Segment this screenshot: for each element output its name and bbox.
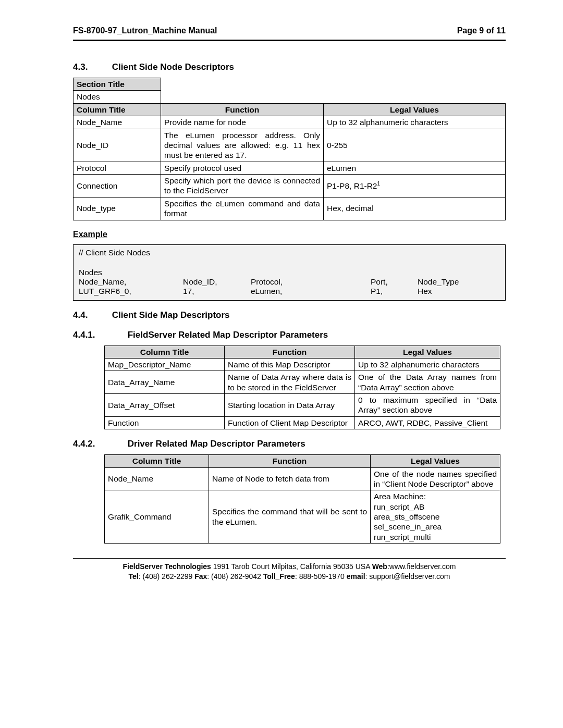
- table-row: Connection Specify which port the device…: [74, 175, 506, 198]
- example-label: Example: [73, 230, 506, 239]
- code-comment: // Client Side Nodes: [79, 248, 500, 257]
- cell: Data_Array_Name: [105, 371, 225, 394]
- footer-tollfree: : 888-509-1970: [295, 572, 347, 581]
- cell: Name of Data Array where data is to be s…: [225, 371, 355, 394]
- table-row: Node_Name Provide name for node Up to 32…: [74, 116, 506, 129]
- cell: Specifies the command that will be sent …: [209, 490, 371, 544]
- cell: One of the node names specified in “Clie…: [371, 467, 500, 490]
- cell: 0 to maximum specified in “Data Array” s…: [355, 394, 500, 417]
- table-row: Node_ID The eLumen processor address. On…: [74, 129, 506, 162]
- footer-fax-label: Fax: [194, 572, 207, 581]
- cell: Grafik_Command: [105, 490, 209, 544]
- table-row: Node_Name Name of Node to fetch data fro…: [105, 467, 500, 490]
- header-left: FS-8700-97_Lutron_Machine Manual: [73, 26, 217, 35]
- code-col: Protocol,: [251, 277, 371, 287]
- superscript: 1: [377, 181, 380, 187]
- table-row: Function Function of Client Map Descript…: [105, 416, 500, 429]
- section-title-value: Nodes: [74, 91, 161, 103]
- footer-email-label: email: [347, 572, 365, 581]
- footer-tollfree-label: Toll_Free: [263, 572, 295, 581]
- document-page: FS-8700-97_Lutron_Machine Manual Page 9 …: [0, 0, 563, 597]
- code-col: LUT_GRF6_0,: [79, 287, 183, 296]
- cell: Map_Descriptor_Name: [105, 358, 225, 371]
- legal-header: Legal Values: [324, 103, 506, 116]
- footer-web-label: Web: [372, 562, 387, 571]
- legal-header: Legal Values: [371, 455, 500, 467]
- cell: Node_ID: [74, 129, 161, 162]
- footer-tel-label: Tel: [129, 572, 139, 581]
- table-row: Protocol Specify protocol used eLumen: [74, 162, 506, 174]
- code-section: Nodes: [79, 268, 500, 277]
- section-title-header: Section Title: [74, 78, 161, 91]
- cell: Protocol: [74, 162, 161, 174]
- cell: eLumen: [324, 162, 506, 174]
- code-col: eLumen,: [251, 287, 371, 296]
- code-header-row: Node_Name, Node_ID, Protocol, Port, Node…: [79, 277, 500, 287]
- code-data-row: LUT_GRF6_0, 17, eLumen, P1, Hex: [79, 287, 500, 296]
- fs-map-table: Column Title Function Legal Values Map_D…: [104, 346, 500, 430]
- cell: Provide name for node: [161, 116, 324, 129]
- table-row: Data_Array_Name Name of Data Array where…: [105, 371, 500, 394]
- code-col: Hex: [418, 287, 432, 296]
- footer-line-2: Tel: (408) 262-2299 Fax: (408) 262-9042 …: [73, 572, 506, 582]
- cell: ARCO, AWT, RDBC, Passive_Client: [355, 416, 500, 429]
- section-4-4-2-heading: 4.4.2. Driver Related Map Descriptor Par…: [73, 439, 506, 449]
- code-col: Node_ID,: [183, 277, 251, 287]
- cell: Area Machine:run_script_ABarea_sts_offsc…: [371, 490, 500, 544]
- cell: Hex, decimal: [324, 197, 506, 220]
- section-title: Driver Related Map Descriptor Parameters: [128, 439, 305, 449]
- code-col: P1,: [371, 287, 418, 296]
- cell: The eLumen processor address. Only decim…: [161, 129, 324, 162]
- col-header: Column Title: [105, 346, 225, 358]
- func-header: Function: [161, 103, 324, 116]
- cell: Specify protocol used: [161, 162, 324, 174]
- code-col: 17,: [183, 287, 251, 296]
- empty-cell: [161, 91, 506, 103]
- footer-fax: : (408) 262-9042: [207, 572, 263, 581]
- table-row: Map_Descriptor_Name Name of this Map Des…: [105, 358, 500, 371]
- section-number: 4.4.1.: [73, 330, 125, 340]
- node-descriptors-table: Section Title Nodes Column Title Functio…: [73, 78, 506, 220]
- func-header: Function: [225, 346, 355, 358]
- table-row: Grafik_Command Specifies the command tha…: [105, 490, 500, 544]
- cell: P1-P8, R1-R21: [324, 175, 506, 198]
- cell: Specifies the eLumen command and data fo…: [161, 197, 324, 220]
- footer-tel: : (408) 262-2299: [139, 572, 194, 581]
- col-header: Column Title: [74, 103, 161, 116]
- legal-header: Legal Values: [355, 346, 500, 358]
- page-header: FS-8700-97_Lutron_Machine Manual Page 9 …: [73, 26, 506, 38]
- cell: Up to 32 alphanumeric characters: [324, 116, 506, 129]
- cell: Starting location in Data Array: [225, 394, 355, 417]
- col-header: Column Title: [105, 455, 209, 467]
- func-header: Function: [209, 455, 371, 467]
- cell: Name of Node to fetch data from: [209, 467, 371, 490]
- section-number: 4.4.: [73, 310, 109, 320]
- example-code-box: // Client Side Nodes Nodes Node_Name, No…: [73, 244, 506, 301]
- footer-line-1: FieldServer Technologies 1991 Tarob Cour…: [73, 562, 506, 572]
- cell: Node_Name: [74, 116, 161, 129]
- page-footer: FieldServer Technologies 1991 Tarob Cour…: [73, 562, 506, 582]
- cell: Name of this Map Descriptor: [225, 358, 355, 371]
- section-number: 4.4.2.: [73, 439, 125, 449]
- empty-cell: [161, 78, 506, 91]
- cell: Specify which port the device is connect…: [161, 175, 324, 198]
- cell: 0-255: [324, 129, 506, 162]
- section-title: Client Side Node Descriptors: [112, 62, 234, 72]
- cell: Data_Array_Offset: [105, 394, 225, 417]
- section-title: Client Side Map Descriptors: [112, 310, 230, 320]
- footer-email: : support@fieldserver.com: [365, 572, 450, 581]
- spacer: [79, 257, 500, 268]
- section-4-3-heading: 4.3. Client Side Node Descriptors: [73, 62, 506, 72]
- footer-web: :www.fieldserver.com: [387, 562, 456, 571]
- code-col: Port,: [371, 277, 418, 287]
- cell: Function: [105, 416, 225, 429]
- table-row: Node_type Specifies the eLumen command a…: [74, 197, 506, 220]
- cell: Function of Client Map Descriptor: [225, 416, 355, 429]
- cell: Up to 32 alphanumeric characters: [355, 358, 500, 371]
- table-row: Data_Array_Offset Starting location in D…: [105, 394, 500, 417]
- section-4-4-heading: 4.4. Client Side Map Descriptors: [73, 310, 506, 320]
- section-title: FieldServer Related Map Descriptor Param…: [128, 330, 328, 340]
- footer-rule: [73, 558, 506, 562]
- code-col: Node_Name,: [79, 277, 183, 287]
- code-col: Node_Type: [418, 277, 459, 287]
